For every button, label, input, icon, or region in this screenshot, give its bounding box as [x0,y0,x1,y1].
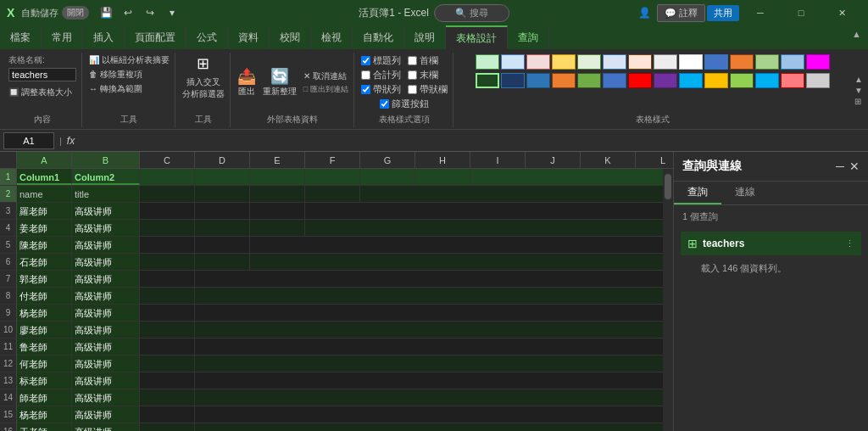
table-style-swatch[interactable] [526,54,550,70]
swatch-down-icon[interactable]: ▼ [854,86,863,95]
query-more-icon[interactable]: ⋮ [845,238,854,249]
last-col-checkbox[interactable]: 末欄 [408,69,448,81]
cell-a10[interactable]: 廖老師 [17,322,72,338]
cell-b14[interactable]: 高级讲师 [72,389,140,406]
cell-a7[interactable]: 郭老師 [17,271,72,287]
row-num-9[interactable]: 9 [0,305,17,322]
table-style-swatch[interactable] [781,54,804,70]
col-header-e[interactable]: E [250,152,305,168]
tab-view[interactable]: 檢視 [311,25,353,49]
panel-close-btn[interactable]: ✕ [849,160,860,173]
table-style-swatch[interactable] [806,54,830,70]
tab-help[interactable]: 說明 [404,25,446,49]
save-icon[interactable]: 💾 [96,3,116,23]
cell-f1[interactable] [305,169,360,185]
cell-h1[interactable] [415,169,470,185]
col-header-j[interactable]: J [526,152,581,168]
tab-page-layout[interactable]: 頁面配置 [125,25,186,49]
row-num-13[interactable]: 13 [0,372,17,389]
total-row-checkbox[interactable]: 合計列 [361,69,401,81]
undo-icon[interactable]: ↩ [118,3,138,23]
tab-data[interactable]: 資料 [228,25,270,49]
cell-a6[interactable]: 石老師 [17,254,72,270]
tab-home[interactable]: 常用 [42,25,83,49]
customize-icon[interactable]: ▾ [162,3,182,23]
table-style-swatch[interactable] [577,73,601,88]
cell-f2[interactable] [305,186,360,202]
cell-d1[interactable] [195,169,250,185]
swatch-expand-icon[interactable]: ⊞ [854,97,863,106]
cell-b15[interactable]: 高级讲师 [72,406,140,423]
row-num-7[interactable]: 7 [0,271,17,288]
row-num-5[interactable]: 5 [0,237,17,254]
cell-a9[interactable]: 杨老師 [17,305,72,321]
table-style-swatch[interactable] [730,54,754,70]
remove-duplicates-btn[interactable]: 🗑 移除重複項 [89,69,142,81]
table-style-swatch[interactable] [679,73,703,88]
vertical-scrollbar[interactable]: ⊞ [663,169,673,431]
close-button[interactable]: ✕ [822,0,861,25]
row-num-3[interactable]: 3 [0,203,17,220]
tab-formula[interactable]: 公式 [186,25,228,49]
row-num-14[interactable]: 14 [0,389,17,406]
row-num-8[interactable]: 8 [0,288,17,305]
cell-a8[interactable]: 付老師 [17,288,72,304]
unlink-btn[interactable]: ✕ 取消連結 □ 匯出到連結 [303,70,348,95]
cell-b13[interactable]: 高级讲师 [72,372,140,389]
tab-automate[interactable]: 自動化 [353,25,404,49]
ribbon-collapse-icon[interactable]: ▲ [845,25,868,49]
cell-c3[interactable] [140,203,195,219]
first-col-checkbox[interactable]: 首欄 [408,54,448,67]
cell-b1[interactable]: Column2 [72,169,140,185]
pivot-table-btn[interactable]: 📊 以樞紐分析表摘要 [89,54,170,66]
cell-b2[interactable]: title [72,186,140,202]
filter-btn-checkbox[interactable]: 篩選按鈕 [380,98,429,110]
table-style-swatch[interactable] [704,73,728,88]
table-style-swatch[interactable] [501,54,525,70]
table-style-swatch[interactable] [476,54,499,70]
cell-b9[interactable]: 高级讲师 [72,305,140,321]
table-style-swatch[interactable] [679,54,703,70]
row-num-1[interactable]: 1 [0,169,17,186]
cell-a2[interactable]: name [17,186,72,202]
tab-review[interactable]: 校閱 [270,25,311,49]
cell-g1[interactable] [360,169,415,185]
avatar[interactable]: 👤 [635,3,655,23]
cell-a5[interactable]: 陳老師 [17,237,72,253]
col-header-a[interactable]: A [17,152,72,168]
redo-icon[interactable]: ↪ [140,3,160,23]
resize-table-btn[interactable]: 🔲 調整表格大小 [8,87,72,98]
cell-e2[interactable] [250,186,305,202]
table-name-input[interactable] [8,68,76,81]
cell-a11[interactable]: 鲁老師 [17,339,72,355]
cell-b7[interactable]: 高级讲师 [72,271,140,287]
cell-b5[interactable]: 高级讲师 [72,237,140,253]
cell-a16[interactable]: 于老師 [17,423,72,431]
table-style-swatch[interactable] [755,73,779,88]
row-num-10[interactable]: 10 [0,322,17,339]
convert-range-btn[interactable]: ↔ 轉換為範圍 [89,83,142,95]
col-header-h[interactable]: H [415,152,470,168]
table-style-swatch[interactable] [628,73,652,88]
cell-b6[interactable]: 高级讲师 [72,254,140,270]
table-style-swatch[interactable] [730,73,754,88]
export-btn[interactable]: 📤 匯出 [237,67,256,98]
cell-b8[interactable]: 高级讲师 [72,288,140,304]
cell-b12[interactable]: 高级讲师 [72,355,140,372]
tab-query[interactable]: 查詢 [508,25,549,49]
tab-query[interactable]: 查詢 [674,182,721,204]
col-header-d[interactable]: D [195,152,250,168]
table-style-swatch[interactable] [526,73,550,88]
col-header-l[interactable]: L [636,152,673,168]
cell-b3[interactable]: 高级讲师 [72,203,140,219]
tab-file[interactable]: 檔案 [0,25,42,49]
table-style-swatch[interactable] [577,54,601,70]
table-style-swatch[interactable] [603,54,626,70]
table-style-swatch[interactable] [628,54,652,70]
header-row-checkbox[interactable]: 標題列 [361,54,401,67]
refresh-btn[interactable]: 🔄 重新整理 [263,67,297,98]
banded-rows-checkbox[interactable]: 帶狀列 [361,83,401,96]
row-num-15[interactable]: 15 [0,406,17,423]
table-style-swatch[interactable] [603,73,626,88]
table-style-swatch[interactable] [654,54,677,70]
